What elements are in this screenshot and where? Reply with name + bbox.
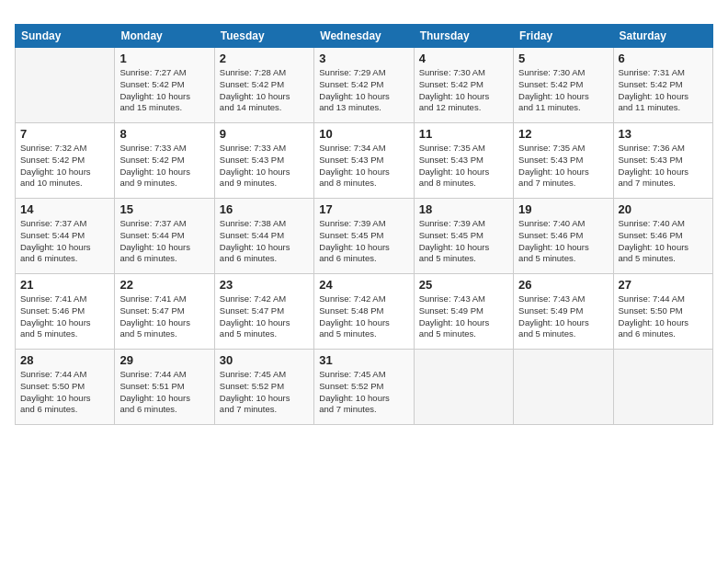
day-number: 2 — [220, 52, 309, 65]
day-number: 25 — [419, 278, 508, 292]
day-info: Sunrise: 7:42 AM Sunset: 5:48 PM Dayligh… — [319, 293, 408, 340]
calendar-cell: 10Sunrise: 7:34 AM Sunset: 5:43 PM Dayli… — [314, 123, 414, 199]
day-number: 29 — [119, 353, 209, 367]
day-info: Sunrise: 7:31 AM Sunset: 5:42 PM Dayligh… — [619, 67, 708, 114]
calendar-cell — [414, 350, 513, 425]
day-number: 17 — [319, 202, 408, 216]
calendar-cell: 18Sunrise: 7:39 AM Sunset: 5:45 PM Dayli… — [414, 199, 513, 274]
day-number: 11 — [419, 127, 508, 141]
day-info: Sunrise: 7:29 AM Sunset: 5:42 PM Dayligh… — [319, 67, 408, 114]
calendar-cell: 28Sunrise: 7:44 AM Sunset: 5:50 PM Dayli… — [16, 350, 115, 425]
day-number: 4 — [419, 52, 508, 65]
day-info: Sunrise: 7:36 AM Sunset: 5:43 PM Dayligh… — [619, 143, 708, 190]
day-number: 3 — [319, 52, 408, 65]
calendar-table: SundayMondayTuesdayWednesdayThursdayFrid… — [15, 24, 713, 425]
day-info: Sunrise: 7:41 AM Sunset: 5:46 PM Dayligh… — [20, 293, 109, 340]
calendar-cell: 14Sunrise: 7:37 AM Sunset: 5:44 PM Dayli… — [16, 199, 115, 274]
day-info: Sunrise: 7:40 AM Sunset: 5:46 PM Dayligh… — [518, 218, 608, 265]
calendar-cell: 8Sunrise: 7:33 AM Sunset: 5:42 PM Daylig… — [115, 123, 214, 199]
day-info: Sunrise: 7:44 AM Sunset: 5:50 PM Dayligh… — [20, 369, 109, 416]
calendar-week-row: 14Sunrise: 7:37 AM Sunset: 5:44 PM Dayli… — [16, 199, 713, 274]
column-header-tuesday: Tuesday — [214, 25, 313, 48]
calendar-cell: 31Sunrise: 7:45 AM Sunset: 5:52 PM Dayli… — [314, 350, 414, 425]
calendar-cell: 17Sunrise: 7:39 AM Sunset: 5:45 PM Dayli… — [314, 199, 414, 274]
day-number: 16 — [220, 202, 309, 216]
day-number: 27 — [619, 278, 708, 292]
calendar-cell: 25Sunrise: 7:43 AM Sunset: 5:49 PM Dayli… — [414, 274, 513, 350]
day-info: Sunrise: 7:43 AM Sunset: 5:49 PM Dayligh… — [518, 293, 608, 340]
calendar-week-row: 7Sunrise: 7:32 AM Sunset: 5:42 PM Daylig… — [16, 123, 713, 199]
day-info: Sunrise: 7:40 AM Sunset: 5:46 PM Dayligh… — [619, 218, 708, 265]
day-number: 1 — [119, 52, 209, 65]
day-number: 20 — [619, 202, 708, 216]
calendar-cell: 4Sunrise: 7:30 AM Sunset: 5:42 PM Daylig… — [414, 48, 513, 123]
day-info: Sunrise: 7:38 AM Sunset: 5:44 PM Dayligh… — [220, 218, 309, 265]
calendar-cell: 24Sunrise: 7:42 AM Sunset: 5:48 PM Dayli… — [314, 274, 414, 350]
day-number: 28 — [20, 353, 109, 367]
day-info: Sunrise: 7:35 AM Sunset: 5:43 PM Dayligh… — [518, 143, 608, 190]
day-number: 31 — [319, 353, 408, 367]
day-number: 15 — [119, 202, 209, 216]
calendar-cell — [514, 350, 613, 425]
calendar-cell: 22Sunrise: 7:41 AM Sunset: 5:47 PM Dayli… — [115, 274, 214, 350]
day-info: Sunrise: 7:44 AM Sunset: 5:50 PM Dayligh… — [619, 293, 708, 340]
column-header-wednesday: Wednesday — [314, 25, 414, 48]
day-info: Sunrise: 7:37 AM Sunset: 5:44 PM Dayligh… — [119, 218, 209, 265]
day-number: 18 — [419, 202, 508, 216]
day-info: Sunrise: 7:32 AM Sunset: 5:42 PM Dayligh… — [20, 143, 109, 190]
day-number: 5 — [518, 52, 608, 65]
calendar-cell: 16Sunrise: 7:38 AM Sunset: 5:44 PM Dayli… — [214, 199, 313, 274]
day-info: Sunrise: 7:35 AM Sunset: 5:43 PM Dayligh… — [419, 143, 508, 190]
day-number: 10 — [319, 127, 408, 141]
day-number: 22 — [119, 278, 209, 292]
calendar-cell: 9Sunrise: 7:33 AM Sunset: 5:43 PM Daylig… — [214, 123, 313, 199]
calendar-header-row: SundayMondayTuesdayWednesdayThursdayFrid… — [16, 25, 713, 48]
day-number: 6 — [619, 52, 708, 65]
day-info: Sunrise: 7:41 AM Sunset: 5:47 PM Dayligh… — [119, 293, 209, 340]
day-info: Sunrise: 7:30 AM Sunset: 5:42 PM Dayligh… — [419, 67, 508, 114]
column-header-thursday: Thursday — [414, 25, 513, 48]
day-number: 9 — [220, 127, 309, 141]
day-number: 7 — [20, 127, 109, 141]
day-info: Sunrise: 7:30 AM Sunset: 5:42 PM Dayligh… — [518, 67, 608, 114]
calendar-cell: 5Sunrise: 7:30 AM Sunset: 5:42 PM Daylig… — [514, 48, 613, 123]
day-info: Sunrise: 7:33 AM Sunset: 5:42 PM Dayligh… — [119, 143, 209, 190]
day-info: Sunrise: 7:45 AM Sunset: 5:52 PM Dayligh… — [319, 369, 408, 416]
day-info: Sunrise: 7:33 AM Sunset: 5:43 PM Dayligh… — [220, 143, 309, 190]
day-info: Sunrise: 7:42 AM Sunset: 5:47 PM Dayligh… — [220, 293, 309, 340]
calendar-cell: 21Sunrise: 7:41 AM Sunset: 5:46 PM Dayli… — [16, 274, 115, 350]
calendar-cell: 27Sunrise: 7:44 AM Sunset: 5:50 PM Dayli… — [613, 274, 712, 350]
calendar-cell: 20Sunrise: 7:40 AM Sunset: 5:46 PM Dayli… — [613, 199, 712, 274]
day-info: Sunrise: 7:37 AM Sunset: 5:44 PM Dayligh… — [20, 218, 109, 265]
day-number: 30 — [220, 353, 309, 367]
calendar-cell: 3Sunrise: 7:29 AM Sunset: 5:42 PM Daylig… — [314, 48, 414, 123]
column-header-sunday: Sunday — [16, 25, 115, 48]
calendar-cell: 30Sunrise: 7:45 AM Sunset: 5:52 PM Dayli… — [214, 350, 313, 425]
day-info: Sunrise: 7:43 AM Sunset: 5:49 PM Dayligh… — [419, 293, 508, 340]
day-info: Sunrise: 7:39 AM Sunset: 5:45 PM Dayligh… — [319, 218, 408, 265]
day-number: 13 — [619, 127, 708, 141]
day-number: 12 — [518, 127, 608, 141]
calendar-cell: 26Sunrise: 7:43 AM Sunset: 5:49 PM Dayli… — [514, 274, 613, 350]
day-info: Sunrise: 7:44 AM Sunset: 5:51 PM Dayligh… — [119, 369, 209, 416]
calendar-cell: 29Sunrise: 7:44 AM Sunset: 5:51 PM Dayli… — [115, 350, 214, 425]
calendar-cell — [16, 48, 115, 123]
calendar-week-row: 1Sunrise: 7:27 AM Sunset: 5:42 PM Daylig… — [16, 48, 713, 123]
calendar-cell: 23Sunrise: 7:42 AM Sunset: 5:47 PM Dayli… — [214, 274, 313, 350]
column-header-saturday: Saturday — [613, 25, 712, 48]
day-info: Sunrise: 7:34 AM Sunset: 5:43 PM Dayligh… — [319, 143, 408, 190]
day-number: 19 — [518, 202, 608, 216]
calendar-week-row: 21Sunrise: 7:41 AM Sunset: 5:46 PM Dayli… — [16, 274, 713, 350]
page-container: General Blue SundayMondayTuesdayWednesda… — [0, 0, 728, 563]
day-number: 8 — [119, 127, 209, 141]
calendar-cell: 7Sunrise: 7:32 AM Sunset: 5:42 PM Daylig… — [16, 123, 115, 199]
day-number: 24 — [319, 278, 408, 292]
day-number: 26 — [518, 278, 608, 292]
calendar-cell: 15Sunrise: 7:37 AM Sunset: 5:44 PM Dayli… — [115, 199, 214, 274]
day-number: 21 — [20, 278, 109, 292]
calendar-cell: 12Sunrise: 7:35 AM Sunset: 5:43 PM Dayli… — [514, 123, 613, 199]
calendar-cell: 6Sunrise: 7:31 AM Sunset: 5:42 PM Daylig… — [613, 48, 712, 123]
calendar-cell: 19Sunrise: 7:40 AM Sunset: 5:46 PM Dayli… — [514, 199, 613, 274]
day-number: 23 — [220, 278, 309, 292]
day-info: Sunrise: 7:27 AM Sunset: 5:42 PM Dayligh… — [119, 67, 209, 114]
